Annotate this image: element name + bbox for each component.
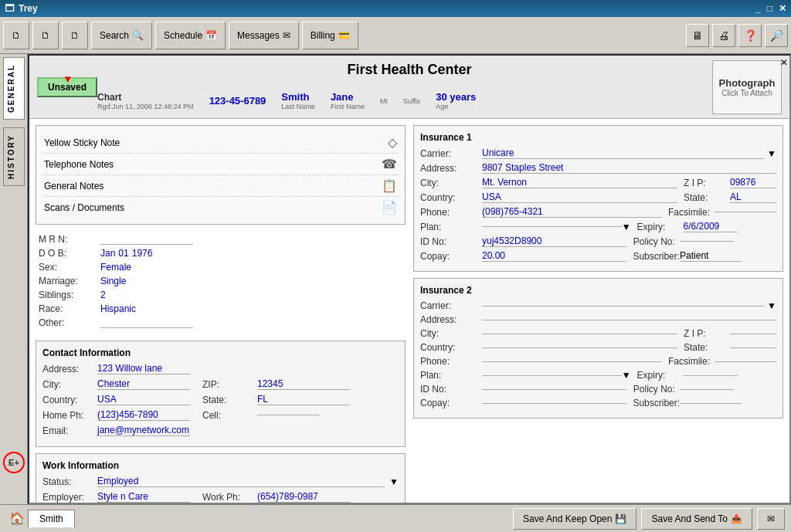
cell-value[interactable] [257, 415, 319, 415]
ins1-plan-dropdown[interactable]: ▼ [622, 222, 631, 232]
maximize-btn[interactable]: □ [767, 3, 772, 14]
close-btn[interactable]: ✕ [779, 3, 786, 14]
siblings-label: Siblings: [39, 290, 100, 300]
tool2-button[interactable]: 🖨 [712, 24, 735, 47]
ins1-city-label: City: [420, 178, 482, 188]
ins1-copay-value[interactable]: 20.00 [482, 250, 626, 262]
ins2-policyno-value[interactable] [680, 389, 734, 390]
contact-email-row: Email: jane@mynetwork.com [42, 425, 399, 436]
save-keep-open-button[interactable]: Save And Keep Open 💾 [513, 508, 637, 530]
ins1-address-value[interactable]: 9807 Staples Street [482, 162, 776, 174]
ins1-copay-label: Copay: [420, 251, 482, 262]
last-name[interactable]: Smith [281, 91, 315, 103]
help-button[interactable]: ❓ [738, 24, 762, 47]
doc3-button[interactable]: 🗋 [62, 22, 88, 49]
ins2-state-value[interactable] [730, 347, 776, 348]
marriage-value[interactable]: Single [100, 276, 126, 286]
ins2-copay-value[interactable] [482, 403, 626, 404]
homeph-value[interactable]: (123)456-7890 [97, 409, 190, 421]
unsaved-button[interactable]: Unsaved [37, 77, 97, 97]
photo-box[interactable]: Photograph Click To Attach [712, 60, 782, 114]
email-value[interactable]: jane@mynetwork.com [97, 425, 190, 436]
eplus-button[interactable]: E+ [3, 452, 25, 473]
help-icon: ❓ [744, 29, 757, 42]
first-name[interactable]: Jane [331, 91, 365, 103]
ins2-carrier-value[interactable] [482, 306, 764, 307]
dob-year[interactable]: 1976 [132, 248, 153, 259]
address-value[interactable]: 123 Willow lane [97, 363, 190, 374]
ins1-country-value[interactable]: USA [482, 191, 677, 203]
age-value[interactable]: 30 years [436, 91, 476, 103]
ins2-plan-dropdown[interactable]: ▼ [622, 370, 631, 381]
schedule-label: Schedule [164, 30, 202, 41]
email-button[interactable]: ✉ [757, 508, 785, 530]
ins1-idno-value[interactable]: yuj4532D8900 [482, 236, 627, 247]
ins1-copay-row: Copay: 20.00 Subscriber: Patient [420, 250, 776, 262]
ins1-phone-row: Phone: (098)765-4321 Facsimile: [420, 206, 776, 218]
patient-tab[interactable]: Smith [28, 510, 75, 527]
zip-value[interactable]: 12345 [257, 378, 350, 390]
ins2-phone-value[interactable] [482, 361, 662, 362]
sidebar-tab-general[interactable]: GENERAL [3, 57, 25, 120]
ins2-subscriber-value[interactable] [680, 403, 742, 404]
save-send-to-button[interactable]: Save And Send To 📤 [641, 508, 752, 530]
ins1-carrier-dropdown[interactable]: ▼ [767, 148, 776, 159]
dob-day[interactable]: 01 [118, 248, 128, 259]
sidebar-tab-history[interactable]: HISTORY [3, 127, 25, 186]
doc2-button[interactable]: 🗋 [32, 22, 59, 49]
yellow-sticky-note-item[interactable]: Yellow Sticky Note ◇ [42, 132, 399, 154]
ins2-idno-value[interactable] [482, 389, 627, 390]
zoom-button[interactable]: 🔎 [765, 24, 788, 47]
ins2-address-row: Address: [420, 314, 776, 325]
ins1-carrier-value[interactable]: Unicare [482, 147, 764, 159]
ins1-plan-value[interactable] [482, 226, 622, 227]
race-row: Race: Hispanic [39, 303, 402, 314]
ins1-expiry-value[interactable]: 6/6/2009 [684, 221, 738, 232]
ins2-country-value[interactable] [482, 347, 677, 348]
ins2-expiry-value[interactable] [684, 375, 738, 376]
ins2-address-value[interactable] [482, 320, 776, 320]
general-notes-item[interactable]: General Notes 📋 [42, 175, 399, 197]
ins2-carrier-dropdown[interactable]: ▼ [767, 300, 776, 311]
search-button[interactable]: Search 🔍 [91, 22, 152, 49]
doc1-button[interactable]: 🗋 [3, 22, 29, 49]
siblings-value[interactable]: 2 [100, 290, 106, 300]
ins1-policyno-value[interactable] [680, 241, 734, 242]
ins1-zip-value[interactable]: 09876 [730, 177, 776, 188]
minimize-btn[interactable]: _ [755, 3, 761, 14]
other-field[interactable] [100, 317, 193, 328]
city-value[interactable]: Chester [97, 378, 190, 390]
ins1-fax-value[interactable] [715, 212, 776, 212]
ins2-copay-row: Copay: Subscriber: [420, 398, 776, 408]
work-status-value[interactable]: Employed [97, 476, 385, 487]
ins2-carrier-row: Carrier: ▼ [420, 300, 776, 311]
workph-value[interactable]: (654)789-0987 [257, 491, 350, 503]
state-value[interactable]: FL [257, 394, 350, 405]
home-icon[interactable]: 🏠 [9, 511, 25, 526]
work-status-dropdown-icon[interactable]: ▼ [389, 476, 399, 487]
ins2-plan-value[interactable] [482, 375, 622, 376]
insurance2-title: Insurance 2 [420, 285, 776, 296]
tool1-button[interactable]: 🖥 [686, 24, 709, 47]
race-value[interactable]: Hispanic [100, 303, 136, 314]
other-label: Other: [39, 317, 100, 328]
country-value[interactable]: USA [97, 394, 190, 405]
dob-month[interactable]: Jan [100, 248, 115, 259]
scans-documents-item[interactable]: Scans / Documents 📄 [42, 197, 399, 218]
ins2-fax-value[interactable] [715, 361, 776, 362]
ins1-state-value[interactable]: AL [730, 191, 776, 203]
messages-button[interactable]: Messages ✉ [229, 22, 299, 49]
schedule-button[interactable]: Schedule 📅 [155, 22, 226, 49]
mrn-field[interactable] [100, 234, 193, 245]
ins2-city-value[interactable] [482, 334, 677, 334]
billing-button[interactable]: Billing 💳 [302, 22, 358, 49]
telephone-notes-item[interactable]: Telephone Notes ☎ [42, 154, 399, 175]
ins1-city-value[interactable]: Mt. Vernon [482, 177, 677, 188]
ins1-subscriber-value[interactable]: Patient [680, 250, 742, 262]
employer-value[interactable]: Style n Care [97, 491, 190, 503]
window-close-button[interactable]: ✕ [780, 57, 788, 68]
ins1-phone-value[interactable]: (098)765-4321 [482, 206, 662, 218]
sex-value[interactable]: Female [100, 262, 131, 273]
ins2-zip-value[interactable] [730, 334, 776, 334]
chart-number[interactable]: 123-45-6789 [209, 95, 266, 107]
